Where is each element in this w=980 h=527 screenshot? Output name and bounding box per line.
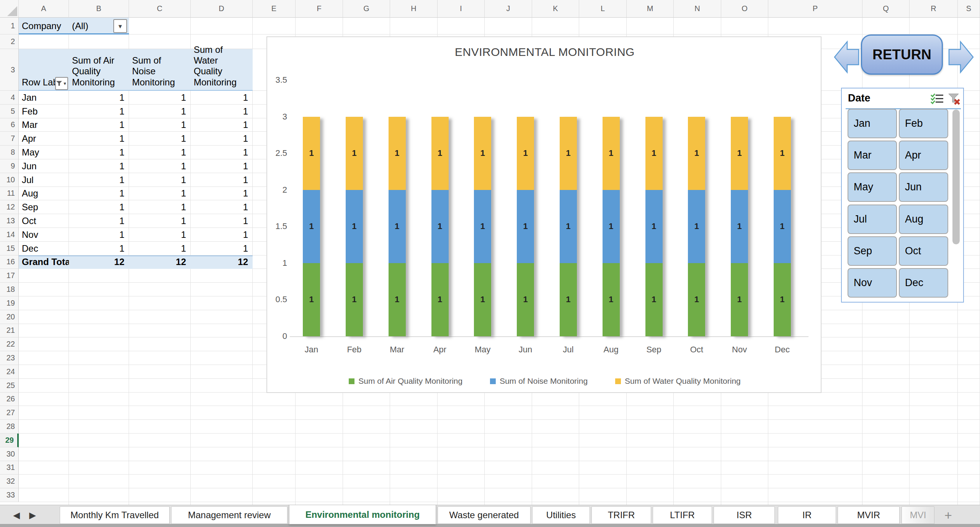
row-header-27[interactable]: 27	[0, 406, 19, 420]
sheet-tab-mvi[interactable]: MVI	[902, 506, 934, 524]
column-header-A[interactable]: A	[19, 0, 69, 18]
pivot-value-cell[interactable]: 1	[191, 91, 253, 105]
column-header-L[interactable]: L	[579, 0, 627, 18]
row-header-7[interactable]: 7	[0, 132, 19, 146]
environmental-monitoring-chart[interactable]: ENVIRONMENTAL MONITORING00.511.522.533.5…	[266, 36, 822, 393]
pivot-value-cell[interactable]: 1	[69, 187, 129, 201]
pivot-value-cell[interactable]: 1	[69, 159, 129, 173]
forward-arrow-shape[interactable]	[944, 38, 974, 76]
sheet-tab-ir[interactable]: IR	[778, 506, 836, 524]
slicer-item-may[interactable]: May	[848, 172, 897, 202]
column-header-R[interactable]: R	[910, 0, 958, 18]
tab-scroll-right-button[interactable]: ▶	[26, 508, 39, 522]
pivot-value-cell[interactable]: 1	[129, 200, 191, 214]
pivot-value-cell[interactable]: 1	[69, 242, 129, 255]
pivot-value-cell[interactable]: 1	[69, 146, 129, 159]
pivot-value-cell[interactable]: 1	[191, 132, 253, 146]
pivot-value-cell[interactable]: 1	[191, 214, 253, 228]
row-header-8[interactable]: 8	[0, 146, 19, 159]
pivot-value-cell[interactable]: 1	[69, 228, 129, 242]
row-header-12[interactable]: 12	[0, 200, 19, 214]
pivot-value-cell[interactable]: 1	[69, 118, 129, 132]
row-header-28[interactable]: 28	[0, 420, 19, 434]
pivot-value-cell[interactable]: 1	[129, 118, 191, 132]
row-header-14[interactable]: 14	[0, 228, 19, 242]
slicer-item-sep[interactable]: Sep	[848, 236, 897, 266]
add-sheet-button[interactable]: +	[939, 506, 958, 524]
column-header-E[interactable]: E	[253, 0, 296, 18]
slicer-item-mar[interactable]: Mar	[848, 141, 897, 170]
pivot-value-cell[interactable]: 1	[191, 105, 253, 118]
pivot-value-cell[interactable]: 1	[129, 91, 191, 105]
sheet-tab-waste-generated[interactable]: Waste generated	[438, 506, 531, 524]
sheet-tab-ltifr[interactable]: LTIFR	[653, 506, 712, 524]
column-header-N[interactable]: N	[674, 0, 721, 18]
pivot-value-cell[interactable]: 1	[191, 118, 253, 132]
back-arrow-shape[interactable]	[834, 38, 860, 76]
row-header-16[interactable]: 16	[0, 255, 19, 269]
column-header-M[interactable]: M	[627, 0, 674, 18]
grand-total-value[interactable]: 12	[69, 255, 129, 269]
row-header-26[interactable]: 26	[0, 393, 19, 406]
pivot-row-label[interactable]: Dec	[22, 242, 69, 255]
pivot-value-cell[interactable]: 1	[129, 242, 191, 255]
sheet-tab-management-review[interactable]: Management review	[171, 506, 287, 524]
row-header-32[interactable]: 32	[0, 475, 19, 488]
pivot-row-label[interactable]: Mar	[22, 118, 69, 132]
pivot-column-header[interactable]: Sum of Noise Monitoring	[129, 49, 185, 91]
pivot-value-cell[interactable]: 1	[129, 146, 191, 159]
pivot-value-cell[interactable]: 1	[191, 159, 253, 173]
grand-total-label[interactable]: Grand Total	[22, 255, 69, 269]
sheet-tab-trifr[interactable]: TRIFR	[591, 506, 651, 524]
row-header-30[interactable]: 30	[0, 447, 19, 461]
slicer-clear-filter-button[interactable]	[948, 93, 961, 105]
pivot-value-cell[interactable]: 1	[191, 187, 253, 201]
pivot-value-cell[interactable]: 1	[69, 105, 129, 118]
pivot-value-cell[interactable]: 1	[69, 91, 129, 105]
column-header-G[interactable]: G	[343, 0, 390, 18]
pivot-value-cell[interactable]: 1	[69, 173, 129, 187]
select-all-corner[interactable]	[0, 0, 19, 18]
grand-total-value[interactable]: 12	[191, 255, 253, 269]
pivot-value-cell[interactable]: 1	[129, 173, 191, 187]
pivot-row-label[interactable]: Oct	[22, 214, 69, 228]
row-header-6[interactable]: 6	[0, 118, 19, 132]
pivot-column-header[interactable]: Sum of Water Quality Monitoring	[191, 49, 247, 91]
slicer-multiselect-button[interactable]	[930, 93, 944, 105]
grand-total-value[interactable]: 12	[129, 255, 191, 269]
row-header-11[interactable]: 11	[0, 187, 19, 201]
sheet-tab-mvir[interactable]: MVIR	[838, 506, 900, 524]
slicer-item-aug[interactable]: Aug	[899, 205, 948, 234]
pivot-row-label[interactable]: May	[22, 146, 69, 159]
slicer-item-nov[interactable]: Nov	[848, 268, 897, 298]
pivot-value-cell[interactable]: 1	[129, 105, 191, 118]
sheet-tab-utilities[interactable]: Utilities	[532, 506, 590, 524]
row-header-1[interactable]: 1	[0, 18, 19, 34]
row-labels-filter-button[interactable]: ▼	[55, 77, 68, 90]
pivot-value-cell[interactable]: 1	[191, 173, 253, 187]
pivot-row-label[interactable]: Aug	[22, 187, 69, 201]
column-header-P[interactable]: P	[768, 0, 862, 18]
pivot-row-label[interactable]: Jun	[22, 159, 69, 173]
row-header-33[interactable]: 33	[0, 488, 19, 502]
slicer-scrollbar[interactable]	[952, 110, 960, 244]
pivot-row-label[interactable]: Sep	[22, 200, 69, 214]
pivot-row-label[interactable]: Jan	[22, 91, 69, 105]
row-header-29[interactable]: 29	[0, 434, 19, 447]
row-header-22[interactable]: 22	[0, 337, 19, 351]
slicer-item-jul[interactable]: Jul	[848, 205, 897, 234]
row-header-19[interactable]: 19	[0, 296, 19, 310]
column-header-O[interactable]: O	[721, 0, 768, 18]
column-header-J[interactable]: J	[485, 0, 532, 18]
row-header-24[interactable]: 24	[0, 365, 19, 379]
column-header-B[interactable]: B	[69, 0, 129, 18]
row-header-5[interactable]: 5	[0, 105, 19, 118]
slicer-item-apr[interactable]: Apr	[899, 141, 948, 170]
pivot-value-cell[interactable]: 1	[129, 214, 191, 228]
column-header-D[interactable]: D	[191, 0, 253, 18]
row-header-3[interactable]: 3	[0, 49, 19, 91]
row-header-23[interactable]: 23	[0, 351, 19, 365]
pivot-row-label[interactable]: Feb	[22, 105, 69, 118]
row-header-9[interactable]: 9	[0, 159, 19, 173]
date-slicer[interactable]: DateJanFebMarAprMayJunJulAugSepOctNovDec	[841, 88, 964, 303]
